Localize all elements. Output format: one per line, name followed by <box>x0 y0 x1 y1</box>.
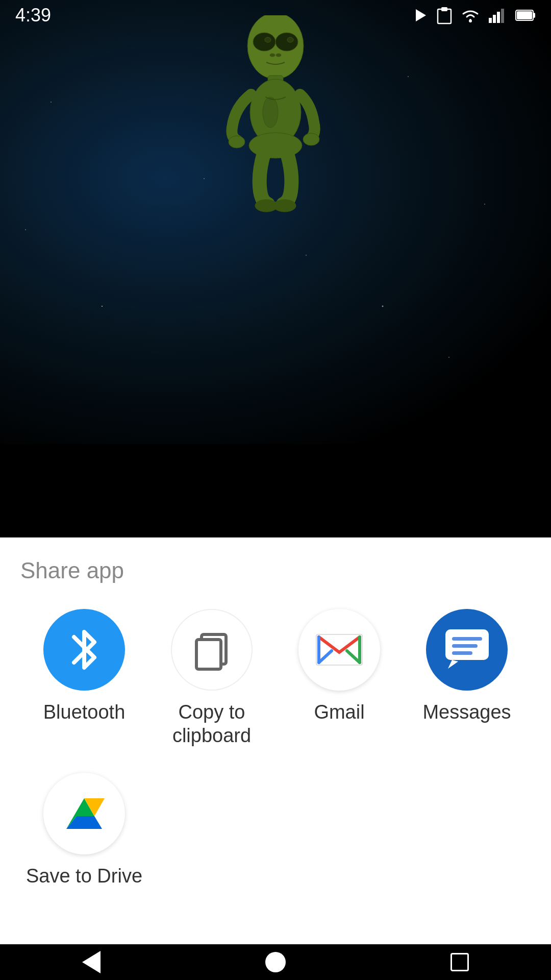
copy-icon <box>189 624 235 675</box>
share-app-messages[interactable]: Messages <box>403 609 531 747</box>
share-sheet: Share app Bluetooth Copy toclipboard <box>0 537 551 944</box>
svg-rect-1 <box>438 9 451 23</box>
svg-point-16 <box>270 54 275 57</box>
share-title: Share app <box>20 558 531 583</box>
back-icon <box>82 951 101 973</box>
clipboard-icon <box>437 6 452 24</box>
home-icon <box>265 952 286 972</box>
svg-rect-5 <box>493 15 496 23</box>
battery-icon <box>515 8 536 22</box>
gmail-icon <box>314 629 365 670</box>
copy-icon-container <box>171 609 253 691</box>
svg-point-20 <box>229 136 245 148</box>
share-app-copy[interactable]: Copy toclipboard <box>148 609 276 747</box>
signal-icon <box>489 8 507 23</box>
svg-rect-7 <box>501 9 504 23</box>
nav-bar <box>0 944 551 980</box>
svg-rect-4 <box>489 18 492 23</box>
svg-point-24 <box>273 200 296 212</box>
share-apps-grid: Bluetooth Copy toclipboard <box>20 609 531 914</box>
home-button[interactable] <box>265 952 286 972</box>
status-bar: 4:39 <box>0 0 551 31</box>
bluetooth-icon-container <box>43 609 125 691</box>
share-app-gmail[interactable]: Gmail <box>276 609 403 747</box>
svg-point-3 <box>469 19 472 22</box>
svg-rect-10 <box>517 11 532 19</box>
play-icon <box>413 8 429 23</box>
wifi-icon <box>460 8 481 23</box>
share-app-drive[interactable]: Save to Drive <box>20 773 148 888</box>
copy-label: Copy toclipboard <box>172 701 251 747</box>
bluetooth-label: Bluetooth <box>43 701 126 724</box>
gmail-icon-container <box>298 609 380 691</box>
svg-rect-2 <box>441 7 447 11</box>
alien-figure <box>209 15 342 219</box>
drive-icon <box>56 788 112 839</box>
svg-rect-27 <box>196 640 221 669</box>
app-background <box>0 0 551 444</box>
drive-label: Save to Drive <box>26 865 142 888</box>
svg-point-14 <box>265 37 271 42</box>
bluetooth-icon <box>64 624 105 675</box>
svg-point-13 <box>276 33 298 51</box>
svg-rect-6 <box>497 12 500 23</box>
status-time: 4:39 <box>15 5 51 26</box>
messages-icon <box>443 627 491 673</box>
messages-icon-container <box>426 609 508 691</box>
svg-point-15 <box>287 37 293 42</box>
gmail-label: Gmail <box>314 701 364 724</box>
svg-point-25 <box>263 97 278 128</box>
recents-icon <box>450 953 469 971</box>
svg-point-21 <box>303 133 319 145</box>
svg-point-17 <box>276 54 281 57</box>
svg-point-12 <box>253 33 276 51</box>
recents-button[interactable] <box>450 953 469 971</box>
messages-label: Messages <box>422 701 511 724</box>
status-icons <box>413 6 536 24</box>
svg-rect-32 <box>452 651 472 655</box>
drive-icon-container <box>43 773 125 854</box>
back-button[interactable] <box>82 951 101 973</box>
svg-rect-31 <box>452 644 478 648</box>
svg-rect-30 <box>452 637 482 641</box>
svg-marker-0 <box>416 9 426 21</box>
svg-rect-9 <box>533 13 535 18</box>
share-app-bluetooth[interactable]: Bluetooth <box>20 609 148 747</box>
